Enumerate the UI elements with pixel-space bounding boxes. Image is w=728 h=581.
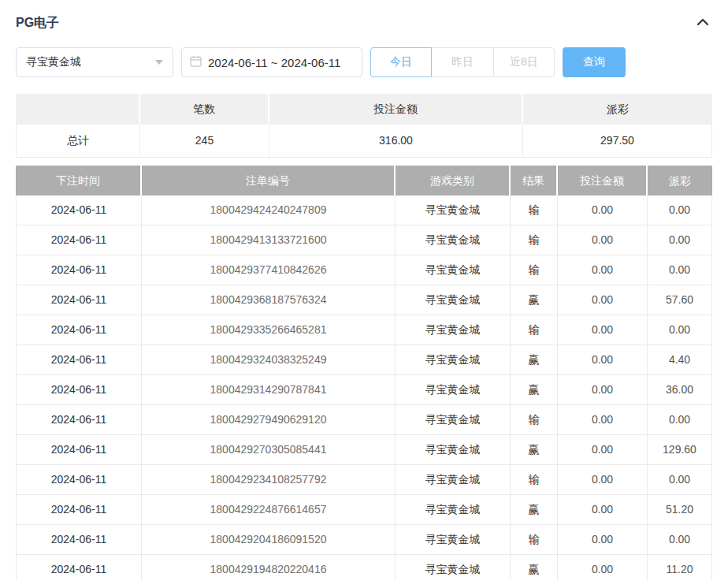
cell-bet-amount: 0.00 [558, 555, 648, 581]
cell-result: 输 [511, 405, 558, 434]
cell-payout: 0.00 [648, 405, 711, 434]
cell-payout: 0.00 [648, 255, 711, 285]
cell-bet-time: 2024-06-11 [17, 315, 142, 345]
cell-result: 输 [511, 225, 558, 255]
table-row: 2024-06-11 1800429335266465281 寻宝黄金城 输 0… [17, 315, 711, 345]
cell-game-category: 寻宝黄金城 [396, 555, 511, 581]
header-game-category: 游戏类别 [396, 166, 511, 196]
cell-payout: 0.00 [648, 225, 711, 255]
game-select[interactable]: 寻宝黄金城 [16, 47, 173, 77]
cell-bet-amount: 0.00 [558, 405, 648, 434]
cell-bet-amount: 0.00 [558, 465, 648, 494]
panel-header: PG电子 [16, 11, 712, 35]
cell-result: 输 [511, 315, 558, 345]
cell-order-number: 1800429279490629120 [142, 405, 396, 434]
summary-total-row: 总计 245 316.00 297.50 [16, 125, 712, 158]
cell-bet-time: 2024-06-11 [17, 495, 142, 524]
header-order-number: 注单编号 [142, 166, 396, 196]
table-body: 2024-06-11 1800429424240247809 寻宝黄金城 输 0… [16, 196, 712, 581]
summary-total-payout: 297.50 [523, 125, 712, 157]
summary-table: 笔数 投注金额 派彩 总计 245 316.00 297.50 [16, 94, 712, 158]
cell-bet-time: 2024-06-11 [17, 225, 142, 255]
cell-bet-time: 2024-06-11 [17, 405, 142, 434]
cell-result: 赢 [511, 345, 558, 374]
table-row: 2024-06-11 1800429194820220416 寻宝黄金城 赢 0… [17, 555, 711, 581]
table-header-row: 下注时间 注单编号 游戏类别 结果 投注金额 派彩 [16, 166, 712, 196]
table-row: 2024-06-11 1800429413133721600 寻宝黄金城 输 0… [17, 225, 711, 255]
summary-total-count: 245 [140, 125, 269, 157]
cell-bet-amount: 0.00 [558, 495, 648, 524]
calendar-icon [190, 55, 202, 70]
cell-bet-time: 2024-06-11 [17, 196, 142, 225]
cell-bet-amount: 0.00 [558, 196, 648, 225]
cell-game-category: 寻宝黄金城 [396, 465, 511, 494]
table-row: 2024-06-11 1800429377410842626 寻宝黄金城 输 0… [17, 255, 711, 285]
header-bet-amount: 投注金额 [558, 166, 648, 196]
cell-game-category: 寻宝黄金城 [396, 495, 511, 524]
table-row: 2024-06-11 1800429270305085441 寻宝黄金城 赢 0… [17, 435, 711, 465]
game-select-value: 寻宝黄金城 [26, 55, 155, 69]
cell-order-number: 1800429234108257792 [142, 465, 396, 494]
cell-game-category: 寻宝黄金城 [396, 285, 511, 315]
cell-payout: 129.60 [648, 435, 711, 464]
collapse-button[interactable] [693, 13, 712, 32]
cell-result: 赢 [511, 555, 558, 581]
cell-game-category: 寻宝黄金城 [396, 525, 511, 554]
cell-bet-time: 2024-06-11 [17, 345, 142, 374]
cell-payout: 0.00 [648, 196, 711, 225]
summary-total-bet-amount: 316.00 [269, 125, 523, 157]
cell-order-number: 1800429413133721600 [142, 225, 396, 255]
date-range-input[interactable]: 2024-06-11 ~ 2024-06-11 [181, 47, 362, 77]
quick-button-today[interactable]: 今日 [370, 47, 432, 77]
cell-order-number: 1800429335266465281 [142, 315, 396, 345]
table-row: 2024-06-11 1800429314290787841 寻宝黄金城 赢 0… [17, 375, 711, 405]
cell-game-category: 寻宝黄金城 [396, 255, 511, 285]
cell-bet-amount: 0.00 [558, 375, 648, 404]
quick-button-last8days[interactable]: 近8日 [493, 47, 555, 77]
cell-payout: 0.00 [648, 315, 711, 345]
cell-payout: 36.00 [648, 375, 711, 404]
cell-order-number: 1800429377410842626 [142, 255, 396, 285]
summary-header-empty [16, 94, 140, 125]
cell-bet-time: 2024-06-11 [17, 255, 142, 285]
cell-result: 输 [511, 196, 558, 225]
cell-bet-amount: 0.00 [558, 435, 648, 464]
quick-date-buttons: 今日 昨日 近8日 [370, 47, 555, 77]
header-bet-time: 下注时间 [16, 166, 142, 196]
filter-bar: 寻宝黄金城 2024-06-11 ~ 2024-06-11 今日 昨日 近8日 … [16, 47, 712, 77]
cell-order-number: 1800429224876614657 [142, 495, 396, 524]
table-row: 2024-06-11 1800429424240247809 寻宝黄金城 输 0… [17, 196, 711, 225]
table-row: 2024-06-11 1800429234108257792 寻宝黄金城 输 0… [17, 465, 711, 495]
table-row: 2024-06-11 1800429224876614657 寻宝黄金城 赢 0… [17, 495, 711, 525]
cell-order-number: 1800429270305085441 [142, 435, 396, 464]
page-title: PG电子 [16, 15, 59, 32]
cell-payout: 4.40 [648, 345, 711, 374]
table-row: 2024-06-11 1800429279490629120 寻宝黄金城 输 0… [17, 405, 711, 435]
cell-game-category: 寻宝黄金城 [396, 315, 511, 345]
cell-bet-time: 2024-06-11 [17, 525, 142, 554]
cell-game-category: 寻宝黄金城 [396, 405, 511, 434]
caret-down-icon [155, 60, 163, 65]
cell-game-category: 寻宝黄金城 [396, 196, 511, 225]
date-range-value: 2024-06-11 ~ 2024-06-11 [208, 56, 340, 69]
summary-header-bet-amount: 投注金额 [269, 94, 523, 125]
cell-payout: 0.00 [648, 465, 711, 494]
cell-bet-amount: 0.00 [558, 285, 648, 315]
summary-header-row: 笔数 投注金额 派彩 [16, 94, 712, 125]
cell-bet-time: 2024-06-11 [17, 375, 142, 404]
quick-button-yesterday[interactable]: 昨日 [432, 47, 493, 77]
cell-bet-time: 2024-06-11 [17, 285, 142, 315]
summary-header-count: 笔数 [140, 94, 269, 125]
cell-result: 赢 [511, 495, 558, 524]
cell-bet-amount: 0.00 [558, 315, 648, 345]
cell-order-number: 1800429324038325249 [142, 345, 396, 374]
cell-order-number: 1800429204186091520 [142, 525, 396, 554]
cell-bet-amount: 0.00 [558, 525, 648, 554]
cell-payout: 51.20 [648, 495, 711, 524]
cell-bet-time: 2024-06-11 [17, 555, 142, 581]
cell-order-number: 1800429368187576324 [142, 285, 396, 315]
header-payout: 派彩 [648, 166, 712, 196]
header-result: 结果 [511, 166, 558, 196]
query-button[interactable]: 查询 [563, 47, 626, 77]
cell-order-number: 1800429314290787841 [142, 375, 396, 404]
